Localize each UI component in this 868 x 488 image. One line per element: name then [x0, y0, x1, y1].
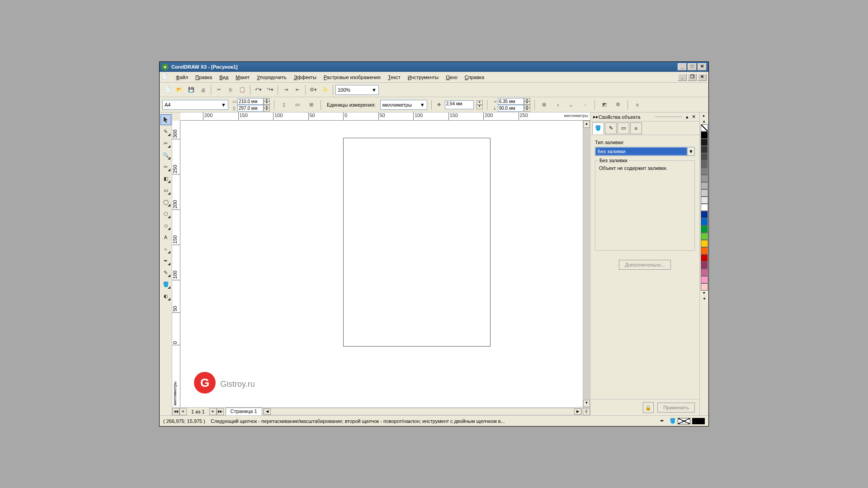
color-swatch[interactable] [701, 160, 708, 168]
fill-type-combo[interactable]: Без заливки ▼ [595, 147, 695, 156]
color-swatch[interactable] [701, 225, 708, 233]
portrait-button[interactable]: ▯ [278, 99, 289, 110]
snap-object-button[interactable]: ⫠ [566, 99, 577, 110]
vertical-scrollbar[interactable]: ▲ ▼ [583, 121, 590, 407]
docker-collapse-button[interactable]: ▴ [684, 114, 690, 120]
paste-button[interactable]: 📋 [237, 84, 248, 95]
color-swatch[interactable] [701, 175, 708, 182]
color-swatch[interactable] [701, 182, 708, 189]
zoom-tool[interactable]: 🔍 [160, 150, 171, 160]
page-height[interactable]: 297.0 мм [237, 105, 264, 112]
mdi-close-button[interactable]: ✕ [698, 74, 707, 81]
polygon-tool[interactable]: ⬠ [160, 208, 171, 219]
interactive-fill-tool[interactable]: ◐ [160, 291, 171, 301]
scroll-right-button[interactable]: ▶ [574, 408, 581, 415]
width-spinner[interactable]: ▲▼ [264, 98, 270, 105]
drawing-canvas[interactable]: G Gistroy.ru [180, 121, 583, 407]
fill-indicator[interactable]: 🪣 [670, 418, 705, 424]
color-swatch[interactable] [701, 189, 708, 197]
paper-size-combo[interactable]: A4▼ [162, 100, 228, 110]
rect-tab[interactable]: ▭ [618, 122, 629, 134]
docker-expand-icon[interactable]: ▸▸ [593, 114, 599, 120]
welcome-button[interactable]: ✨ [320, 84, 330, 95]
options-button[interactable]: ⚙ [613, 99, 623, 110]
page-sorter-button[interactable]: ◊ [583, 408, 590, 415]
save-button[interactable]: 💾 [186, 84, 197, 95]
text-tool[interactable]: A [160, 232, 171, 243]
eyedropper-tool[interactable]: ✒ [160, 255, 171, 266]
treat-as-filled-button[interactable]: ◩ [599, 99, 610, 110]
docker-header[interactable]: ▸▸ Свойства объекта ▴ ✕ [590, 113, 699, 122]
horizontal-scrollbar[interactable]: ◀ ▶ [263, 408, 582, 415]
color-swatch[interactable] [701, 262, 708, 269]
page-tab[interactable]: Страница 1 [226, 408, 262, 415]
no-fill-swatch[interactable] [701, 124, 708, 131]
color-swatch[interactable] [701, 131, 708, 139]
text-tab[interactable]: ≡ [630, 122, 642, 134]
menu-вид[interactable]: Вид [216, 73, 232, 81]
color-swatch[interactable] [701, 276, 708, 283]
new-button[interactable]: 📄 [162, 84, 173, 95]
shape-tool[interactable]: ✎ [160, 126, 171, 137]
palette-expand-button[interactable]: ◂ [701, 296, 708, 301]
docker-close-button[interactable]: ✕ [690, 114, 697, 120]
more-button[interactable]: Дополнительно... [619, 260, 670, 270]
snap-grid-button[interactable]: ⊞ [539, 99, 550, 110]
snap-guide-button[interactable]: ⫞ [552, 99, 563, 110]
scroll-down-button[interactable]: ▼ [583, 400, 590, 407]
vertical-ruler[interactable]: 300250200150100500 миллиметры [172, 121, 180, 407]
menu-инструменты[interactable]: Инструменты [404, 73, 443, 81]
pick-tool[interactable] [160, 114, 171, 125]
minimize-button[interactable]: _ [678, 63, 687, 70]
page[interactable] [343, 138, 491, 347]
rectangle-tool[interactable]: ▭ [160, 185, 171, 196]
redo-button[interactable]: ↷▾ [264, 84, 275, 95]
crop-tool[interactable]: ✂ [160, 138, 171, 149]
dup-y[interactable]: 90.0 мм [498, 105, 524, 112]
height-spinner[interactable]: ▲▼ [264, 105, 270, 112]
import-button[interactable]: ⇥ [280, 84, 291, 95]
dup-x[interactable]: 6.35 мм [498, 98, 524, 105]
menu-окно[interactable]: Окно [442, 73, 461, 81]
outline-tool[interactable]: ✎ [160, 267, 171, 278]
dynamic-guides-button[interactable]: ⟋ [580, 99, 590, 110]
close-button[interactable]: ✕ [698, 63, 707, 70]
color-swatch[interactable] [701, 139, 708, 146]
add-page-after-button[interactable]: + [209, 408, 217, 415]
color-swatch[interactable] [701, 218, 708, 225]
page-width[interactable]: 210.0 мм [237, 98, 264, 105]
menu-файл[interactable]: Файл [172, 73, 192, 81]
app-launcher-button[interactable]: ⚙▾ [308, 84, 319, 95]
menu-макет[interactable]: Макет [232, 73, 253, 81]
smart-fill-tool[interactable]: ◧ [160, 173, 171, 184]
color-swatch[interactable] [701, 197, 708, 204]
last-page-button[interactable]: ⏭ [217, 408, 224, 415]
export-button[interactable]: ⇤ [292, 84, 303, 95]
color-swatch[interactable] [701, 153, 708, 160]
menu-правка[interactable]: Правка [192, 73, 216, 81]
dup-x-spinner[interactable]: ▲▼ [524, 98, 530, 105]
landscape-button[interactable]: ▭ [292, 99, 303, 110]
zoom-combo[interactable]: 100%▼ [335, 85, 379, 95]
first-page-button[interactable]: ⏮ [172, 408, 179, 415]
scroll-thumb[interactable] [583, 128, 590, 400]
color-swatch[interactable] [701, 233, 708, 240]
outline-tab[interactable]: ✎ [605, 122, 617, 134]
menu-справка[interactable]: Справка [461, 73, 488, 81]
color-swatch[interactable] [701, 211, 708, 218]
copy-button[interactable]: ⎘ [225, 84, 236, 95]
menu-растровые изображения[interactable]: Растровые изображения [320, 73, 384, 81]
fill-tool[interactable]: 🪣 [160, 279, 171, 290]
mdi-minimize-button[interactable]: _ [678, 74, 687, 81]
color-swatch[interactable] [701, 254, 708, 262]
color-swatch[interactable] [701, 168, 708, 175]
scroll-left-button[interactable]: ◀ [264, 408, 271, 415]
mdi-restore-button[interactable]: ❐ [688, 74, 697, 81]
basic-shapes-tool[interactable]: ◇ [160, 220, 171, 231]
menu-эффекты[interactable]: Эффекты [290, 73, 320, 81]
color-swatch[interactable] [701, 204, 708, 211]
palette-scroll-up[interactable]: ▴ [701, 119, 708, 124]
add-page-before-button[interactable]: + [179, 408, 187, 415]
horizontal-ruler[interactable]: 20015010050050100150200250 миллиметры [180, 113, 590, 121]
palette-menu-button[interactable]: ▸ [701, 113, 708, 119]
